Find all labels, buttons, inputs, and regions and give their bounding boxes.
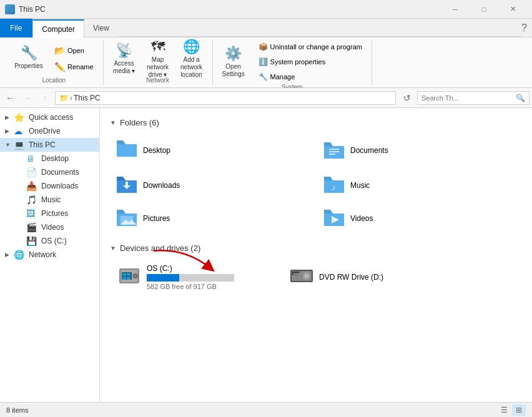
- open-button[interactable]: 📂 Open: [50, 43, 98, 58]
- up-button[interactable]: ↑: [37, 91, 52, 105]
- sidebar-item-onedrive[interactable]: ▶ ☁ OneDrive: [0, 124, 99, 138]
- folder-label-desktop: Desktop: [143, 146, 170, 155]
- drives-section-header[interactable]: ▼ Devices and drives (2): [110, 243, 522, 253]
- window-controls: ─ □ ✕: [441, 0, 527, 19]
- system-items: 📦 Uninstall or change a program ℹ️ Syste…: [252, 40, 367, 84]
- tab-view[interactable]: View: [84, 19, 119, 37]
- tab-computer[interactable]: Computer: [32, 19, 84, 38]
- svg-rect-6: [329, 154, 335, 155]
- osc-icon: 💾: [26, 236, 39, 246]
- window-title: This PC: [19, 5, 441, 14]
- sidebar-item-documents[interactable]: 📄 Documents: [0, 165, 99, 179]
- uninstall-button[interactable]: 📦 Uninstall or change a program: [254, 40, 367, 54]
- folder-item-downloads[interactable]: Downloads: [110, 170, 315, 200]
- svg-point-37: [306, 275, 308, 277]
- folder-icon-desktop: [116, 138, 138, 163]
- sidebar-label-network: Network: [29, 250, 56, 259]
- sidebar-label-quick-access: Quick access: [29, 113, 73, 122]
- forward-button[interactable]: →: [20, 91, 35, 105]
- map-network-button[interactable]: 🗺 Map networkdrive ▾: [142, 42, 174, 76]
- folder-item-music[interactable]: ♪ Music: [317, 170, 522, 200]
- folders-grid: Desktop Documents Downloads ♪: [110, 134, 522, 233]
- add-network-button[interactable]: 🌐 Add a networklocation: [176, 42, 207, 76]
- documents-icon: 📄: [26, 167, 39, 177]
- drives-chevron-icon: ▼: [110, 245, 116, 252]
- properties-button[interactable]: 🔧 Properties: [10, 42, 47, 76]
- chevron-icon: ▶: [5, 252, 14, 258]
- network-buttons: 📡 Accessmedia ▾ 🗺 Map networkdrive ▾ 🌐 A…: [109, 40, 207, 77]
- close-button[interactable]: ✕: [498, 0, 527, 19]
- rename-button[interactable]: ✏️ Rename: [50, 59, 98, 74]
- drive-item-dvd[interactable]: DVD DVD RW Drive (D:): [282, 259, 445, 295]
- app-icon: [5, 4, 15, 14]
- folder-icon-downloads: [116, 174, 138, 196]
- svg-text:♪: ♪: [332, 182, 336, 192]
- quick-access-icon: ⭐: [14, 112, 26, 122]
- location-group-label: Location: [10, 77, 98, 85]
- sidebar-item-osc[interactable]: 💾 OS (C:): [0, 234, 99, 248]
- refresh-button[interactable]: ↺: [400, 91, 415, 105]
- details-view-button[interactable]: ☰: [497, 405, 511, 416]
- sidebar-item-pictures[interactable]: 🖼 Pictures: [0, 207, 99, 220]
- sidebar-label-this-pc: This PC: [29, 140, 56, 149]
- network-icon: 🌐: [14, 250, 26, 260]
- folder-icon-pictures: [116, 207, 138, 229]
- status-item-count: 8 items: [6, 406, 28, 414]
- osc-bar-container: [147, 274, 234, 282]
- folder-label-pictures: Pictures: [143, 214, 170, 223]
- folder-item-documents[interactable]: Documents: [317, 134, 522, 167]
- drive-item-osc[interactable]: OS (C:) 582 GB free of 917 GB: [110, 259, 272, 295]
- ribbon-group-location: 🔧 Properties 📂 Open ✏️ Rename Location: [5, 40, 104, 85]
- sidebar-item-downloads[interactable]: 📥 Downloads: [0, 179, 99, 193]
- onedrive-icon: ☁: [14, 126, 26, 136]
- svg-rect-25: [122, 273, 126, 276]
- uninstall-icon: 📦: [259, 42, 268, 51]
- sidebar-item-music[interactable]: 🎵 Music: [0, 193, 99, 207]
- statusbar: 8 items ☰ ⊞: [0, 402, 532, 417]
- system-properties-icon: ℹ️: [259, 57, 268, 66]
- minimize-button[interactable]: ─: [441, 0, 470, 19]
- tab-file[interactable]: File: [0, 19, 32, 37]
- ribbon-content: 🔧 Properties 📂 Open ✏️ Rename Location: [0, 37, 532, 87]
- access-media-button[interactable]: 📡 Accessmedia ▾: [109, 42, 140, 76]
- drives-row: OS (C:) 582 GB free of 917 GB: [110, 259, 522, 295]
- folder-label-documents: Documents: [350, 146, 388, 155]
- address-path[interactable]: 📁 › This PC: [55, 91, 396, 105]
- osc-bar-fill: [147, 274, 179, 282]
- back-button[interactable]: ←: [2, 91, 17, 105]
- system-properties-button[interactable]: ℹ️ System properties: [254, 55, 367, 69]
- svg-text:DVD: DVD: [293, 272, 300, 276]
- sidebar: ▶ ⭐ Quick access ▶ ☁ OneDrive ▼ 💻 This P…: [0, 108, 100, 402]
- map-network-icon: 🗺: [151, 39, 165, 55]
- open-settings-button[interactable]: ⚙️ OpenSettings: [218, 45, 249, 79]
- dvd-name: DVD RW Drive (D:): [319, 273, 383, 282]
- sidebar-item-desktop[interactable]: 🖥 Desktop: [0, 152, 99, 165]
- ribbon: File Computer View ? 🔧 Properties 📂 Open: [0, 19, 532, 88]
- location-buttons: 🔧 Properties 📂 Open ✏️ Rename: [10, 40, 98, 77]
- downloads-icon: 📥: [26, 181, 39, 191]
- sidebar-item-this-pc[interactable]: ▼ 💻 This PC: [0, 138, 99, 152]
- addressbar: ← → ↑ 📁 › This PC ↺ 🔍: [0, 88, 532, 108]
- maximize-button[interactable]: □: [470, 0, 498, 19]
- search-input[interactable]: [421, 94, 513, 102]
- search-icon: 🔍: [516, 94, 525, 102]
- dvd-icon: DVD: [289, 263, 314, 290]
- ribbon-group-system: ⚙️ OpenSettings 📦 Uninstall or change a …: [213, 40, 372, 85]
- sidebar-item-quick-access[interactable]: ▶ ⭐ Quick access: [0, 110, 99, 124]
- svg-marker-1: [117, 144, 137, 157]
- chevron-down-icon: ▼: [5, 142, 14, 148]
- folder-item-desktop[interactable]: Desktop: [110, 134, 315, 167]
- folder-item-pictures[interactable]: Pictures: [110, 203, 315, 233]
- dvd-info: DVD RW Drive (D:): [319, 273, 383, 282]
- folders-section-header[interactable]: ▼ Folders (6): [110, 118, 522, 127]
- sidebar-item-videos[interactable]: 🎬 Videos: [0, 220, 99, 234]
- help-icon[interactable]: ?: [521, 22, 527, 34]
- osc-free: 582 GB free of 917 GB: [147, 283, 234, 290]
- folder-item-videos[interactable]: Videos: [317, 203, 522, 233]
- manage-button[interactable]: 🔧 Manage: [254, 70, 367, 84]
- sidebar-item-network[interactable]: ▶ 🌐 Network: [0, 248, 99, 262]
- tiles-view-button[interactable]: ⊞: [512, 405, 526, 416]
- system-buttons: ⚙️ OpenSettings 📦 Uninstall or change a …: [218, 40, 367, 84]
- sidebar-label-pictures: Pictures: [41, 209, 68, 218]
- search-box[interactable]: 🔍: [417, 91, 530, 105]
